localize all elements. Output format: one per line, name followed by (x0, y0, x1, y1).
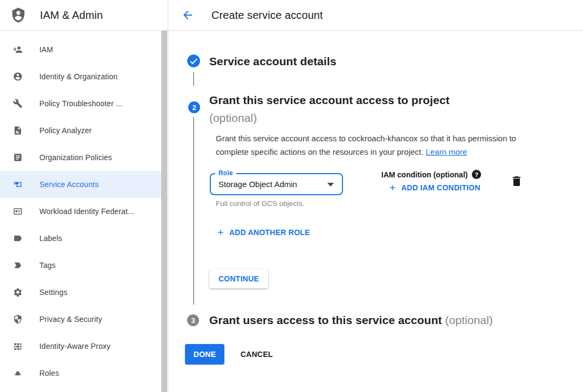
step1-title: Service account details (209, 55, 337, 68)
sidebar-scrollbar[interactable] (161, 31, 167, 392)
delete-role-button[interactable] (510, 175, 523, 188)
sidebar-header: IAM & Admin (0, 0, 168, 31)
sidebar-item-privacy-security[interactable]: Privacy & Security (0, 306, 161, 333)
step2-description-text: Grant this service account access to coc… (216, 134, 516, 156)
step1-check-circle-icon (187, 54, 200, 67)
sidebar-item-identity-organization[interactable]: Identity & Organization (0, 63, 161, 90)
main-panel: Create service account Service account d… (168, 0, 583, 392)
sidebar-item-tags[interactable]: Tags (0, 252, 161, 279)
sidebar-item-organization-policies[interactable]: Organization Policies (0, 144, 161, 171)
arrow-back-icon (181, 9, 194, 22)
sidebar-item-label: Identity & Organization (39, 72, 118, 81)
sidebar-item-label: Roles (39, 369, 59, 377)
add-iam-condition-label: ADD IAM CONDITION (401, 183, 481, 192)
add-another-role-button[interactable]: ADD ANOTHER ROLE (216, 228, 310, 237)
step3-number-badge: 3 (187, 314, 199, 326)
sidebar: IAM & Admin IAM Identity & Organization … (0, 0, 168, 392)
label-icon (13, 233, 23, 243)
article-icon (13, 153, 23, 162)
tag-arrow-icon (13, 260, 23, 270)
sidebar-item-label: Labels (39, 234, 62, 243)
step2-title: Grant this service account access to pro… (209, 91, 450, 127)
sidebar-item-label: Policy Troubleshooter ... (39, 99, 122, 108)
step3-title-text: Grant users access to this service accou… (209, 314, 442, 326)
sidebar-item-iam[interactable]: IAM (0, 36, 161, 63)
sidebar-item-roles[interactable]: Roles (0, 360, 161, 387)
shield-icon (13, 314, 23, 324)
create-service-account-form: Service account details 2 Grant this ser… (168, 31, 583, 392)
sidebar-nav: IAM Identity & Organization Policy Troub… (0, 31, 168, 387)
plus-icon (216, 228, 225, 237)
badge-card-icon (13, 207, 23, 216)
add-another-role-label: ADD ANOTHER ROLE (229, 228, 310, 237)
done-button[interactable]: DONE (185, 344, 224, 365)
sidebar-item-label: Privacy & Security (39, 315, 102, 324)
sidebar-item-label: Organization Policies (39, 153, 112, 162)
sidebar-item-workload-identity-federation[interactable]: Workload Identity Federat... (0, 198, 161, 225)
step3-optional-label: (optional) (445, 314, 493, 326)
main-header: Create service account (168, 0, 583, 31)
sidebar-title: IAM & Admin (40, 9, 103, 22)
sidebar-item-settings[interactable]: Settings (0, 279, 161, 306)
account-circle-icon (13, 72, 23, 81)
chevron-down-icon (327, 183, 334, 187)
sidebar-item-labels[interactable]: Labels (0, 225, 161, 252)
sidebar-item-service-accounts[interactable]: Service Accounts (0, 171, 161, 198)
sidebar-item-label: Identity-Aware Proxy (39, 342, 111, 350)
learn-more-link[interactable]: Learn more (426, 147, 467, 156)
page-title: Create service account (211, 9, 323, 22)
sidebar-item-label: Workload Identity Federat... (39, 207, 134, 216)
step-connector (193, 117, 194, 305)
sidebar-item-identity-aware-proxy[interactable]: Identity-Aware Proxy (0, 333, 161, 360)
sidebar-item-label: Policy Analyzer (39, 126, 92, 135)
sidebar-item-label: IAM (39, 45, 53, 54)
step2-title-text: Grant this service account access to pro… (209, 94, 450, 106)
trash-icon (510, 175, 523, 188)
grid-icon (13, 341, 23, 351)
hat-icon (13, 368, 23, 378)
step2-optional-label: (optional) (209, 112, 257, 124)
service-account-icon (13, 180, 23, 189)
plus-icon (388, 183, 397, 192)
iam-admin-app: IAM & Admin IAM Identity & Organization … (0, 0, 583, 392)
help-icon[interactable]: ? (472, 170, 481, 179)
back-button[interactable] (181, 9, 194, 22)
step3-title: Grant users access to this service accou… (209, 314, 493, 327)
gear-icon (13, 287, 23, 297)
step2-description: Grant this service account access to coc… (216, 132, 529, 159)
document-search-icon (13, 126, 23, 135)
iam-condition-label-row: IAM condition (optional) ? (381, 170, 481, 179)
sidebar-item-policy-troubleshooter[interactable]: Policy Troubleshooter ... (0, 90, 161, 117)
sidebar-item-label: Service Accounts (39, 180, 99, 189)
cancel-button[interactable]: CANCEL (232, 344, 282, 365)
sidebar-item-policy-analyzer[interactable]: Policy Analyzer (0, 117, 161, 144)
sidebar-item-label: Tags (39, 261, 56, 270)
add-iam-condition-button[interactable]: ADD IAM CONDITION (388, 183, 481, 192)
continue-button[interactable]: CONTINUE (209, 269, 268, 288)
role-select[interactable]: Role Storage Object Admin (210, 173, 343, 195)
role-helper-text: Full control of GCS objects. (216, 200, 304, 208)
wrench-icon (13, 99, 23, 108)
iam-condition-label: IAM condition (optional) (381, 170, 468, 179)
step-connector (193, 72, 194, 86)
iam-shield-icon (10, 6, 26, 24)
person-add-icon (13, 45, 23, 54)
step2-number-badge: 2 (188, 101, 200, 113)
role-select-value: Storage Object Admin (218, 174, 297, 194)
sidebar-item-label: Settings (39, 288, 67, 297)
